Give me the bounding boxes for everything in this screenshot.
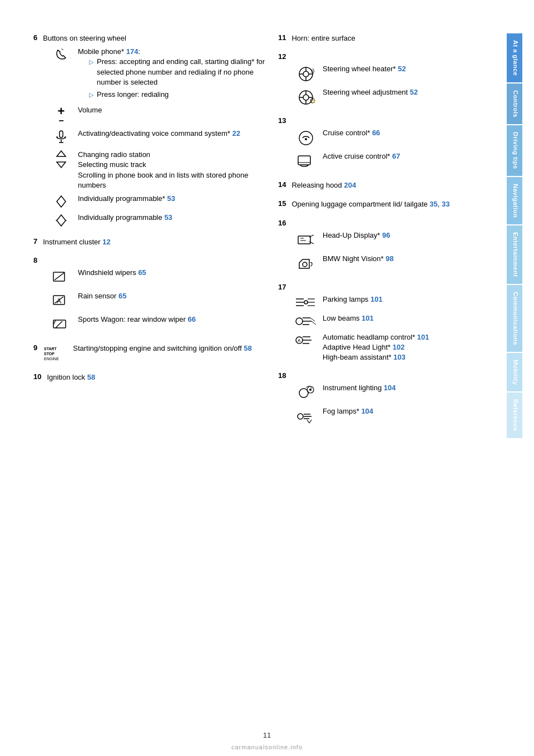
sidebar-tab-navigation[interactable]: Navigation <box>507 177 522 224</box>
rain-row: A Rain sensor 65 <box>50 291 267 311</box>
section-18-header: 18 <box>278 371 495 380</box>
highbeam-label: High-beam assistant <box>323 353 389 361</box>
prog2-icon <box>50 213 72 228</box>
section-14-row: 14 Releasing hood 204 <box>278 180 495 190</box>
cruise-page-link[interactable]: 66 <box>372 129 380 137</box>
sidebar-tab-communications[interactable]: Communications <box>507 285 522 352</box>
prog1-label: Individually programmable <box>78 194 162 203</box>
hud-icon <box>295 230 317 251</box>
sidebar-tab-mobility[interactable]: Mobility <box>507 353 522 392</box>
instrument-lighting-icon <box>295 383 317 403</box>
volume-icon: + − <box>50 105 72 125</box>
section-10-page[interactable]: 58 <box>87 373 95 381</box>
radio-row: Changing radio station Selecting music t… <box>50 150 267 190</box>
svg-point-45 <box>304 301 308 304</box>
section-11-text: Horn: entire surface <box>291 33 495 43</box>
heater-label: Steering wheel heater <box>323 65 393 73</box>
highbeam-page-link[interactable]: 103 <box>393 353 406 361</box>
night-vision-page-link[interactable]: 98 <box>385 254 393 263</box>
cruise-row: Cruise control* 66 <box>295 128 495 148</box>
section-15-page2[interactable]: 33 <box>442 200 449 208</box>
parking-text: Parking lamps 101 <box>323 294 495 305</box>
wagon-label: Sports Wagon: rear window wiper <box>78 315 186 323</box>
active-cruise-text: Active cruise control* 67 <box>323 151 495 161</box>
sidebar-tab-driving-tips[interactable]: Driving tips <box>507 125 522 176</box>
section-7-text: Instrument cluster 12 <box>43 237 267 247</box>
fog-lamps-page-link[interactable]: 104 <box>361 407 373 415</box>
adaptive-line: Adaptive Head Light* 102 <box>323 342 495 352</box>
voice-page-link[interactable]: 22 <box>232 129 240 138</box>
prog1-row: Individually programmable* 53 <box>50 194 267 209</box>
wiper-page-link[interactable]: 65 <box>138 268 146 277</box>
fog-lamps-icon <box>295 406 317 426</box>
sidebar-tab-mobility-label: Mobility <box>512 360 519 385</box>
wagon-row: Sports Wagon: rear window wiper 66 <box>50 315 267 335</box>
start-stop-icon: START STOP ENGINE <box>43 343 67 364</box>
low-beams-page-link[interactable]: 101 <box>362 314 374 322</box>
parking-icon <box>295 294 317 310</box>
section-9-text: Starting/stopping engine and switching i… <box>73 343 267 354</box>
hud-row: Head-Up Display* 96 <box>295 230 495 251</box>
svg-point-49 <box>296 318 303 325</box>
sidebar-tab-reference[interactable]: Reference <box>507 392 522 438</box>
section-13-number: 13 <box>278 116 286 125</box>
page-number: 11 <box>263 731 271 739</box>
section-9-page[interactable]: 58 <box>244 344 251 352</box>
phone-sub2-text: Press longer: redialing <box>97 90 169 100</box>
left-column: 6 Buttons on steering wheel Mobile phone… <box>33 33 267 734</box>
radio-icons <box>50 150 72 169</box>
svg-text:START: START <box>44 347 57 351</box>
hud-label: Head-Up Display <box>323 231 377 239</box>
section-15-page1[interactable]: 35 <box>429 200 437 208</box>
prog2-page-link[interactable]: 53 <box>164 213 172 222</box>
section-11-row: 11 Horn: entire surface <box>278 33 495 43</box>
hud-star: * <box>377 231 380 239</box>
sidebar-tab-controls[interactable]: Controls <box>507 84 522 124</box>
parking-page-link[interactable]: 101 <box>370 295 383 303</box>
section-14-label: Releasing hood <box>291 181 342 189</box>
section-13-header: 13 <box>278 116 495 125</box>
svg-rect-37 <box>298 156 310 165</box>
section-17-number: 17 <box>278 283 286 291</box>
sidebar-tab-at-a-glance[interactable]: At a glance <box>507 33 522 82</box>
night-vision-star: * <box>381 254 384 263</box>
phone-row: Mobile phone* 174: ▷ Press: accepting an… <box>50 47 267 102</box>
right-column: 11 Horn: entire surface 12 <box>278 33 495 734</box>
wagon-page-link[interactable]: 66 <box>188 315 196 323</box>
parking-row: Parking lamps 101 <box>295 294 495 310</box>
section-9-row: 9 START STOP ENGINE Starting/stopping en… <box>33 343 267 364</box>
phone-star: * <box>121 47 124 56</box>
instrument-lighting-text: Instrument lighting 104 <box>323 383 495 393</box>
auto-page-link[interactable]: 101 <box>417 333 429 341</box>
hud-page-link[interactable]: 96 <box>382 231 390 239</box>
section-9-number: 9 <box>33 343 37 352</box>
adaptive-page-link[interactable]: 102 <box>393 343 405 351</box>
wiper-row: Windshield wipers 65 <box>50 268 267 288</box>
auto-headlamp-icon: A <box>295 332 317 348</box>
heater-page-link[interactable]: 52 <box>398 65 406 73</box>
svg-point-62 <box>309 389 312 391</box>
adjust-page-link[interactable]: 52 <box>410 88 418 96</box>
prog2-text: Individually programmable 53 <box>78 213 267 223</box>
section-12-header: 12 <box>278 52 495 61</box>
section-14-page[interactable]: 204 <box>344 181 356 189</box>
highbeam-line: High-beam assistant* 103 <box>323 352 495 362</box>
section-7-number: 7 <box>33 237 37 246</box>
svg-line-54 <box>312 321 316 325</box>
volume-text: Volume <box>78 105 267 115</box>
svg-point-41 <box>303 262 307 267</box>
section-7-page[interactable]: 12 <box>102 238 110 246</box>
prog1-page-link[interactable]: 53 <box>167 194 175 203</box>
wiper-label: Windshield wipers <box>78 268 136 277</box>
section-11-number: 11 <box>278 33 286 42</box>
phone-page-link[interactable]: 174 <box>126 47 139 56</box>
section-15-label: Opening luggage compartment lid/ tailgat… <box>291 200 427 208</box>
sidebar-tab-entertainment[interactable]: Entertainment <box>507 225 522 283</box>
section-6-number: 6 <box>33 33 37 42</box>
instrument-lighting-page-link[interactable]: 104 <box>384 384 396 392</box>
heater-text: Steering wheel heater* 52 <box>323 64 495 74</box>
rain-page-link[interactable]: 65 <box>118 292 126 300</box>
rain-icon: A <box>50 291 72 311</box>
active-cruise-page-link[interactable]: 67 <box>392 152 400 160</box>
parking-label: Parking lamps <box>323 295 368 303</box>
